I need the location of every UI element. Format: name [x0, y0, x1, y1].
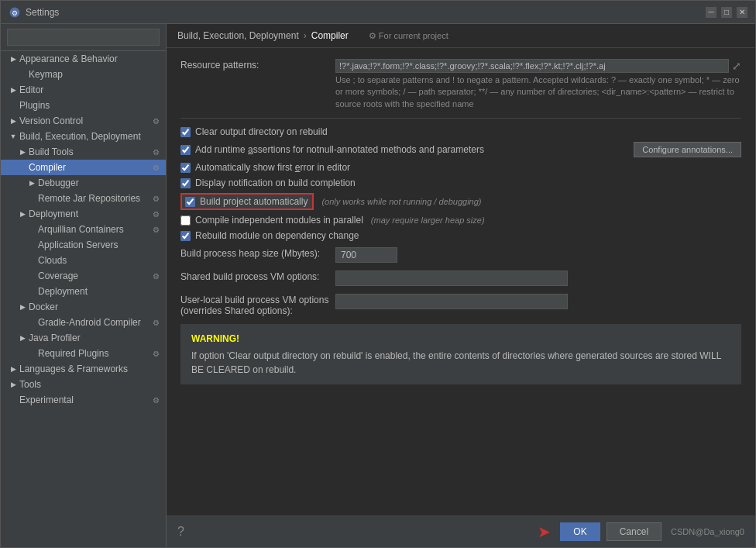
rebuild-dependency-label: Rebuild module on dependency change	[195, 230, 359, 241]
build-automatically-checkbox[interactable]	[185, 197, 195, 207]
badge-icon: ⚙	[153, 195, 160, 203]
warning-text: If option 'Clear output directory on reb…	[191, 349, 730, 377]
arrow-icon: ▶	[18, 147, 27, 157]
title-bar: ⚙ Settings ─ □ ✕	[1, 1, 755, 24]
close-button[interactable]: ✕	[737, 7, 747, 18]
sidebar-item-label: Docker	[29, 302, 58, 312]
arrow-icon	[18, 163, 27, 172]
build-automatically-highlighted: Build project automatically	[180, 193, 314, 210]
sidebar-item-gradle-android[interactable]: Gradle-Android Compiler ⚙	[1, 315, 166, 330]
cancel-button[interactable]: Cancel	[607, 522, 662, 541]
runtime-assertions-checkbox[interactable]	[180, 145, 191, 155]
badge-icon: ⚙	[153, 319, 160, 327]
sidebar-item-required-plugins[interactable]: Required Plugins ⚙	[1, 346, 166, 361]
show-first-error-checkbox[interactable]	[180, 163, 191, 173]
breadcrumb-current: Compiler	[311, 30, 349, 41]
arrow-icon	[27, 194, 36, 203]
sidebar-item-keymap[interactable]: Keymap	[1, 67, 166, 82]
show-first-error-label: Automatically show first error in editor	[195, 162, 350, 173]
help-button[interactable]: ?	[177, 525, 184, 539]
sidebar-item-label: Experimental	[19, 395, 74, 405]
shared-vm-value	[335, 271, 741, 286]
sidebar-item-experimental[interactable]: Experimental ⚙	[1, 392, 166, 408]
sidebar-item-compiler[interactable]: Compiler ⚙	[1, 160, 166, 175]
settings-window: ⚙ Settings ─ □ ✕ ▶ Appearance & Behavior…	[0, 0, 756, 548]
configure-annotations-button[interactable]: Configure annotations...	[634, 142, 741, 157]
checkbox-runtime-assertions: Add runtime assertions for notnull-annot…	[180, 142, 741, 157]
breadcrumb: Build, Execution, Deployment › Compiler …	[167, 24, 755, 48]
search-input[interactable]	[7, 29, 160, 46]
sidebar-item-label: Java Profiler	[29, 333, 81, 343]
sidebar-item-appearance[interactable]: ▶ Appearance & Behavior	[1, 51, 166, 67]
badge-icon: ⚙	[153, 226, 160, 234]
sidebar-item-plugins[interactable]: Plugins	[1, 98, 166, 113]
display-notification-label: Display notification on build completion	[195, 177, 356, 188]
sidebar-item-deployment[interactable]: ▶ Deployment ⚙	[1, 206, 166, 222]
sidebar-item-deployment2[interactable]: Deployment	[1, 284, 166, 299]
compile-parallel-checkbox[interactable]	[180, 215, 191, 226]
heap-size-label: Build process heap size (Mbytes):	[180, 247, 335, 259]
checkbox-compile-parallel-row: Compile independent modules in parallel …	[180, 215, 741, 226]
warning-title: WARNING!	[191, 332, 730, 346]
sidebar-item-arquillian[interactable]: Arquillian Containers ⚙	[1, 222, 166, 237]
heap-size-row: Build process heap size (Mbytes):	[180, 247, 741, 263]
sidebar-item-debugger[interactable]: ▶ Debugger	[1, 175, 166, 191]
app-icon: ⚙	[9, 6, 21, 19]
display-notification-checkbox[interactable]	[180, 178, 191, 188]
divider	[180, 118, 741, 119]
arrow-icon: ▶	[18, 333, 27, 343]
sidebar-item-docker[interactable]: ▶ Docker	[1, 299, 166, 315]
sidebar-item-editor[interactable]: ▶ Editor	[1, 82, 166, 98]
arrow-icon	[18, 70, 27, 79]
arrow-icon: ▼	[9, 132, 18, 141]
user-local-vm-input[interactable]	[335, 294, 568, 309]
sidebar-item-version-control[interactable]: ▶ Version Control ⚙	[1, 113, 166, 129]
rebuild-dependency-checkbox[interactable]	[180, 231, 191, 241]
arrow-icon	[9, 395, 18, 405]
arrow-icon: ▶	[9, 54, 18, 64]
sidebar-item-label: Compiler	[29, 162, 66, 173]
shared-vm-row: Shared build process VM options:	[180, 271, 741, 286]
sidebar-item-label: Debugger	[38, 177, 79, 188]
sidebar-item-label: Build, Execution, Deployment	[19, 131, 141, 142]
sidebar-item-label: Build Tools	[29, 146, 74, 157]
main-panel: Build, Execution, Deployment › Compiler …	[167, 24, 755, 547]
badge-icon: ⚙	[153, 272, 160, 281]
sidebar-item-app-servers[interactable]: Application Servers	[1, 237, 166, 253]
svg-text:⚙: ⚙	[12, 9, 18, 17]
sidebar-item-label: Clouds	[38, 255, 67, 266]
sidebar-item-label: Deployment	[38, 286, 88, 297]
clear-output-label: Clear output directory on rebuild	[195, 126, 328, 137]
arrow-icon: ▶	[9, 116, 18, 126]
arrow-icon: ▶	[18, 302, 27, 312]
build-automatically-label: Build project automatically	[200, 196, 308, 207]
arrow-icon: ▶	[9, 85, 18, 95]
user-local-vm-label: User-local build process VM options (ove…	[180, 294, 335, 316]
project-badge: ⚙ For current project	[369, 31, 448, 41]
sidebar-item-build-tools[interactable]: ▶ Build Tools ⚙	[1, 144, 166, 160]
sidebar-item-coverage[interactable]: Coverage ⚙	[1, 268, 166, 284]
watermark-text: CSDN@Da_xiong0	[671, 527, 744, 536]
minimize-button[interactable]: ─	[706, 7, 716, 18]
ok-button[interactable]: OK	[560, 522, 600, 541]
shared-vm-input[interactable]	[335, 271, 568, 286]
sidebar-item-tools[interactable]: ▶ Tools	[1, 377, 166, 392]
sidebar-item-clouds[interactable]: Clouds	[1, 253, 166, 268]
search-box[interactable]	[1, 24, 166, 51]
arrow-icon	[27, 271, 36, 281]
maximize-button[interactable]: □	[721, 7, 732, 18]
sidebar-item-remote-jar[interactable]: Remote Jar Repositories ⚙	[1, 191, 166, 206]
arrow-icon	[9, 101, 18, 110]
build-automatically-note: (only works while not running / debuggin…	[321, 197, 481, 206]
resource-patterns-input[interactable]	[335, 59, 729, 73]
sidebar-item-label: Deployment	[29, 209, 78, 219]
sidebar-item-java-profiler[interactable]: ▶ Java Profiler	[1, 330, 166, 346]
sidebar-item-languages[interactable]: ▶ Languages & Frameworks	[1, 361, 166, 377]
arrow-icon	[27, 225, 36, 234]
clear-output-checkbox[interactable]	[180, 127, 191, 137]
pattern-hint: Use ; to separate patterns and ! to nega…	[335, 74, 741, 110]
sidebar-item-build-execution[interactable]: ▼ Build, Execution, Deployment	[1, 129, 166, 144]
expand-icon[interactable]: ⤢	[732, 60, 741, 72]
heap-size-input[interactable]	[335, 247, 397, 263]
arrow-icon	[27, 349, 36, 358]
